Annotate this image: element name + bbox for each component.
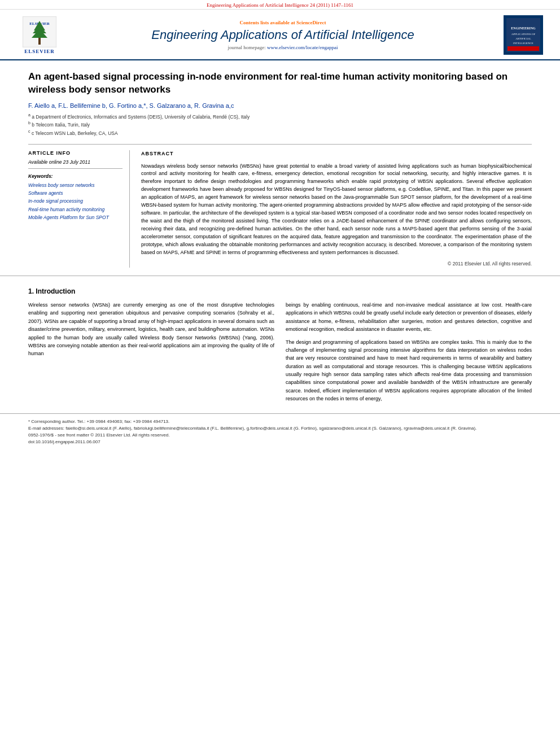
journal-homepage: journal homepage: www.elsevier.com/locat… [62,45,504,50]
intro-col-right: beings by enabling continuous, real-time… [286,301,532,408]
doi-line: doi:10.1016/j.engappai.2011.06.007 [28,439,532,445]
keyword-1: Wireless body sensor networks [28,181,123,189]
svg-rect-11 [508,46,539,51]
keyword-4: Real-time human activity monitoring [28,206,123,213]
intro-para-1: Wireless sensor networks (WSNs) are curr… [28,301,274,358]
email-addresses: faiello@si.deis.unical.it (F. Aiello), f… [65,426,476,431]
affiliation-c: c c Telecom WSN Lab, Berkeley, CA, USA [28,129,532,137]
copyright-notice: © 2011 Elsevier Ltd. All rights reserved… [141,260,532,268]
article-info-heading: ARTICLE INFO [28,150,123,156]
introduction-title: 1. Introduction [28,287,532,295]
svg-text:ARTIFICIAL: ARTIFICIAL [515,37,531,40]
elsevier-brand-text: ELSEVIER [24,49,55,54]
affiliation-b: b b Telecom Italia, Turin, Italy [28,120,532,129]
journal-cover-thumbnail: ENGINEERING APPLICATIONS OF ARTIFICIAL I… [504,15,543,55]
intro-col-left: Wireless sensor networks (WSNs) are curr… [28,301,274,408]
elsevier-logo: ELSEVIER ELSEVIER [17,16,62,54]
keyword-2: Software agents [28,189,123,197]
paper-content: An agent-based signal processing in-node… [0,60,560,268]
abstract-column: ABSTRACT Nowadays wireless body sensor n… [141,150,532,268]
email-label: E-mail addresses: [28,426,64,431]
article-info-abstract-section: ARTICLE INFO Available online 23 July 20… [28,144,532,268]
cover-image-icon: ENGINEERING APPLICATIONS OF ARTIFICIAL I… [506,18,540,52]
sciencedirect-label: Contents lists available at ScienceDirec… [62,20,504,25]
svg-text:APPLICATIONS OF: APPLICATIONS OF [511,33,536,36]
journal-main-title: Engineering Applications of Artificial I… [62,28,504,42]
journal-citation-text: Engineering Applications of Artificial I… [207,2,353,8]
keyword-3: In-node signal processing [28,197,123,205]
abstract-text: Nowadays wireless body sensor networks (… [141,163,532,257]
authors-line: F. Aiello a, F.L. Bellifemine b, G. Fort… [28,102,532,109]
abstract-heading: ABSTRACT [141,150,532,158]
elsevier-tree-icon: ELSEVIER [23,16,56,47]
footnotes-section: * Corresponding author. Tel.: +39 0984 4… [0,413,560,449]
intro-para-2: beings by enabling continuous, real-time… [286,301,532,334]
article-info-column: ARTICLE INFO Available online 23 July 20… [28,150,130,268]
introduction-section: 1. Introduction Wireless sensor networks… [0,276,560,413]
affiliation-a: a a Department of Electronics, Informati… [28,112,532,121]
svg-text:INTELLIGENCE: INTELLIGENCE [513,42,533,45]
affiliations: a a Department of Electronics, Informati… [28,112,532,137]
journal-citation-bar: Engineering Applications of Artificial I… [0,0,560,10]
intro-para-3: The design and programming of applicatio… [286,338,532,403]
corresponding-author-note: * Corresponding author. Tel.: +39 0984 4… [28,418,532,425]
email-line: E-mail addresses: faiello@si.deis.unical… [28,425,532,432]
keywords-list: Wireless body sensor networks Software a… [28,181,123,222]
keywords-label: Keywords: [28,173,123,179]
journal-homepage-link[interactable]: www.elsevier.com/locate/engappai [267,45,338,50]
svg-rect-2 [38,38,41,45]
journal-title-center: Contents lists available at ScienceDirec… [62,20,504,50]
keyword-5: Mobile Agents Platform for Sun SPOT [28,213,123,221]
paper-title: An agent-based signal processing in-node… [28,71,532,97]
journal-header: ELSEVIER ELSEVIER Contents lists availab… [0,10,560,60]
issn-line: 0952-1976/$ - see front matter © 2011 El… [28,432,532,439]
available-online: Available online 23 July 2011 [28,159,123,169]
svg-text:ENGINEERING: ENGINEERING [511,27,536,30]
introduction-body: Wireless sensor networks (WSNs) are curr… [28,301,532,408]
